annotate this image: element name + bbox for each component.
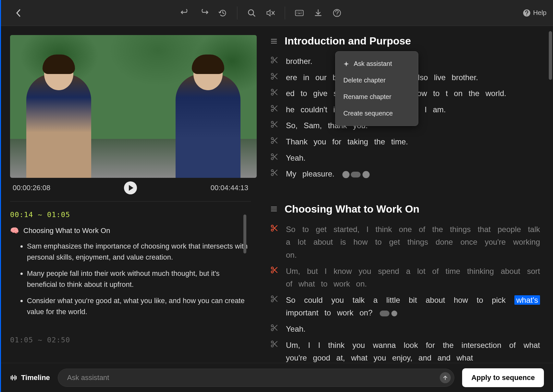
scissor-icon[interactable] [270, 56, 278, 64]
current-timecode: 00:00:26:08 [13, 184, 50, 192]
note-bullet: Consider what you're good at, what you l… [27, 295, 248, 317]
apply-to-sequence-button[interactable]: Apply to sequence [462, 368, 544, 387]
marker-pill [380, 311, 389, 316]
mute-icon[interactable] [266, 8, 275, 18]
menu-ask-assistant[interactable]: Ask assistant [336, 55, 418, 72]
scissor-icon[interactable] [270, 153, 278, 161]
transcript-line: My pleasure. [270, 167, 540, 180]
scissor-icon[interactable] [270, 137, 278, 144]
waveform-icon [10, 374, 17, 381]
brain-icon: 🧠 [10, 227, 19, 235]
menu-rename-chapter[interactable]: Rename chapter [336, 89, 418, 105]
total-timecode: 00:04:44:13 [211, 184, 248, 192]
transcript-text[interactable]: So to get started, I think one of the th… [286, 223, 540, 262]
history-icon[interactable] [218, 8, 227, 18]
scissor-icon[interactable] [270, 324, 278, 332]
scissor-icon[interactable] [270, 88, 278, 96]
drag-handle-icon[interactable] [270, 206, 277, 212]
scrollbar-thumb[interactable] [549, 31, 552, 80]
note-timerange: 00:14 ~ 01:05 [10, 211, 248, 219]
transcript-line: So could you talk a little bit about how… [270, 294, 540, 319]
menu-create-sequence[interactable]: Create sequence [336, 105, 418, 122]
assistant-placeholder: Ask assistant [67, 374, 109, 382]
transcript-text[interactable]: Um, but I know you spend a lot of time t… [286, 265, 540, 290]
transcript-line: So to get started, I think one of the th… [270, 223, 540, 262]
scrollbar-thumb[interactable] [243, 214, 246, 253]
help-label: Help [533, 9, 547, 17]
search-icon[interactable] [247, 8, 256, 18]
highlighted-word: what's [514, 295, 540, 305]
note-title: Choosing What to Work On [23, 227, 110, 235]
marker-pill [351, 172, 361, 178]
transcript-line: Thank you for taking the time. [270, 135, 540, 148]
scissor-icon[interactable] [270, 266, 278, 274]
chapter: Introduction and Purpose Ask assistant D… [270, 35, 540, 180]
transcript-line: Um, I I think you wanna look for the int… [270, 339, 540, 363]
bottom-bar: Timeline Ask assistant Apply to sequence [1, 363, 553, 392]
back-button[interactable] [14, 8, 23, 18]
notes-panel: 00:14 ~ 01:05 🧠 Choosing What to Work On… [10, 202, 251, 363]
download-icon[interactable] [313, 8, 323, 18]
marker-dot [391, 311, 397, 316]
transcript-text[interactable]: So could you talk a little bit about how… [286, 294, 540, 319]
scissor-icon[interactable] [270, 120, 278, 128]
undo-icon[interactable] [180, 8, 190, 18]
svg-rect-1 [295, 10, 303, 16]
help-button[interactable]: Help [523, 9, 547, 17]
play-button[interactable] [124, 181, 137, 194]
arrow-up-icon [443, 375, 448, 380]
transcript-line: Yeah. [270, 323, 540, 336]
timeline-button[interactable]: Timeline [10, 374, 50, 382]
transcript-text[interactable]: My pleasure. [286, 167, 370, 180]
question-circle-icon [523, 9, 531, 17]
chapter-context-menu: Ask assistant Delete chapter Rename chap… [335, 51, 418, 126]
sparkle-icon [343, 61, 349, 67]
send-button[interactable] [440, 372, 451, 383]
transcript-text[interactable]: brother. [286, 55, 312, 68]
note-bullet: Sam emphasizes the importance of choosin… [27, 241, 248, 263]
toolbar-divider [285, 6, 285, 19]
transcript-line: Yeah. [270, 152, 540, 165]
video-preview[interactable] [10, 35, 257, 178]
chapter-title: Introduction and Purpose [285, 35, 411, 47]
assistant-input[interactable]: Ask assistant [58, 369, 455, 387]
note-timerange: 01:05 ~ 02:50 [10, 336, 248, 344]
chapter-title: Choosing What to Work On [285, 203, 419, 215]
top-toolbar: Help [1, 0, 553, 26]
transcript-text[interactable]: Um, I I think you wanna look for the int… [286, 339, 540, 363]
menu-delete-chapter[interactable]: Delete chapter [336, 72, 418, 89]
left-panel: 00:00:26:08 00:04:44:13 00:14 ~ 01:05 🧠 … [1, 26, 257, 363]
toolbar-divider [237, 6, 237, 19]
scissor-icon[interactable] [270, 72, 278, 80]
marker-dot [363, 171, 370, 178]
note-bullet: Many people fall into their work without… [27, 268, 248, 290]
scissor-icon[interactable] [270, 169, 278, 177]
transcript-text[interactable]: Yeah. [286, 152, 306, 165]
chapter: Choosing What to Work On So to get start… [270, 203, 540, 363]
transcript-panel: Introduction and Purpose Ask assistant D… [257, 26, 553, 363]
transcript-line: Um, but I know you spend a lot of time t… [270, 265, 540, 290]
play-icon [129, 185, 133, 191]
scissor-icon[interactable] [270, 104, 278, 112]
scissor-icon[interactable] [270, 295, 278, 303]
drag-handle-icon[interactable] [270, 38, 277, 44]
marker-dot [342, 171, 350, 178]
scissor-icon[interactable] [270, 224, 278, 232]
keyboard-icon[interactable] [295, 8, 304, 18]
transcript-text[interactable]: Thank you for taking the time. [286, 135, 408, 148]
transcript-text[interactable]: Yeah. [286, 323, 306, 336]
redo-icon[interactable] [199, 8, 208, 18]
scissor-icon[interactable] [270, 340, 278, 348]
help-icon[interactable] [332, 8, 341, 18]
